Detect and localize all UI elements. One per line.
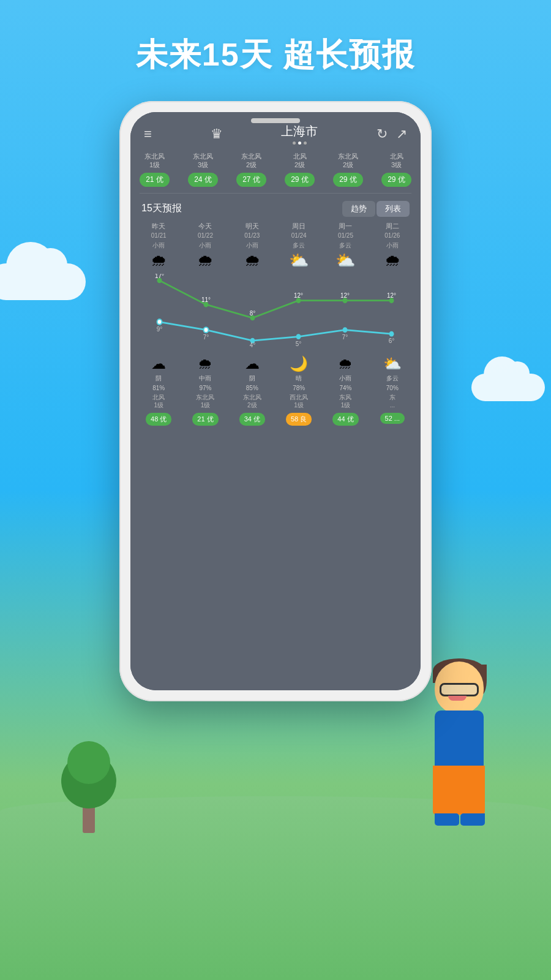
weather-icon-5: 🌧 — [384, 252, 400, 268]
phone-mockup: ≡ ♛ 上海市 ↻ ↗ — [119, 101, 432, 701]
bottom-weather-2: 阴 — [249, 374, 255, 383]
bottom-wind-0: 北风1级 — [152, 393, 165, 409]
aqi-badge-4: 29 优 — [333, 173, 363, 187]
bottom-wind-4: 东风1级 — [339, 393, 351, 409]
wind-1: 东北风3级 — [193, 152, 213, 170]
app-content: ≡ ♛ 上海市 ↻ ↗ — [130, 112, 421, 690]
aqi-scroll-row: 东北风1级 21 优 东北风3级 24 优 东北风2级 27 优 北风2级 29… — [130, 149, 421, 193]
day-bottom-grid: ☁ 阴 81% 北风1级 48 优 🌧 中雨 97% 东北风1级 21 优 — [130, 350, 421, 431]
day-col-1: 今天01/22 小雨 🌧 — [182, 222, 228, 271]
day-grid-top: 昨天01/21 小雨 🌧 今天01/22 小雨 🌧 明天01/23 小雨 — [130, 222, 421, 271]
bottom-icon-5: ⛅ — [383, 355, 402, 372]
cloud-right — [471, 374, 545, 401]
high-temp-line — [160, 281, 392, 318]
wind-4: 东北风2级 — [338, 152, 358, 170]
bottom-icon-3: 🌙 — [290, 355, 308, 372]
wind-5: 北风3级 — [390, 152, 403, 170]
tree — [61, 747, 116, 833]
bottom-icon-4: 🌧 — [338, 355, 353, 372]
city-name: 上海市 — [281, 123, 318, 140]
bottom-badge-3: 58 良 — [286, 413, 312, 426]
day-col-4: 周一01/25 多云 ⛅ — [322, 222, 369, 271]
aqi-badge-3: 29 优 — [285, 173, 315, 187]
weather-icon-0: 🌧 — [151, 252, 167, 268]
forecast-header: 15天预报 趋势 列表 — [130, 194, 421, 222]
aqi-badge-5: 29 优 — [381, 173, 411, 187]
page-dots — [281, 141, 318, 145]
low-dot-3 — [296, 334, 301, 340]
share-icon[interactable]: ↗ — [396, 126, 407, 142]
day-label-0: 昨天01/21 — [151, 222, 167, 241]
low-temp-label-3: 5° — [296, 341, 301, 348]
day-col-5: 周二01/26 小雨 🌧 — [369, 222, 416, 271]
forecast-title: 15天预报 — [141, 202, 182, 215]
bottom-badge-2: 34 优 — [239, 413, 265, 426]
forecast-tabs: 趋势 列表 — [342, 201, 410, 217]
day-label-3: 周日01/24 — [291, 222, 307, 241]
forecast-section: 15天预报 趋势 列表 昨天01/21 小雨 🌧 — [130, 194, 421, 690]
bottom-pct-0: 81% — [152, 385, 165, 391]
glasses — [440, 683, 479, 696]
bottom-col-2: ☁ 阴 85% 东北风2级 34 优 — [229, 355, 276, 426]
weather-icon-4: ⛅ — [335, 252, 355, 268]
header-title-area: 上海市 — [281, 123, 318, 145]
day-weather-5: 小雨 — [386, 241, 399, 250]
day-weather-4: 多云 — [339, 241, 351, 250]
tree-top — [61, 753, 116, 809]
bottom-badge-1: 21 优 — [192, 413, 218, 426]
tab-list[interactable]: 列表 — [377, 201, 410, 217]
wind-2: 东北风2级 — [241, 152, 261, 170]
low-dot-5 — [389, 331, 394, 337]
bottom-wind-5: 东... — [389, 393, 395, 409]
tab-trend[interactable]: 趋势 — [342, 201, 375, 217]
high-temp-label-3: 12° — [294, 292, 303, 300]
aqi-item-2: 东北风2级 27 优 — [227, 152, 276, 187]
temp-chart-svg: 17° 11° 8° 12° 12° 12° 9° 7° 4° 5° 7° — [137, 274, 414, 347]
mouth — [448, 696, 467, 701]
bottom-wind-2: 东北风2级 — [243, 393, 261, 409]
high-temp-label-1: 11° — [201, 296, 211, 304]
header-right-icons: ↻ ↗ — [377, 126, 407, 142]
bottom-pct-2: 85% — [246, 385, 258, 391]
bottom-col-3: 🌙 晴 78% 西北风1级 58 良 — [276, 355, 322, 426]
menu-icon[interactable]: ≡ — [144, 126, 152, 142]
phone-screen: ≡ ♛ 上海市 ↻ ↗ — [130, 112, 421, 690]
day-col-0: 昨天01/21 小雨 🌧 — [135, 222, 182, 271]
bottom-wind-3: 西北风1级 — [290, 393, 308, 409]
day-label-1: 今天01/22 — [198, 222, 213, 241]
weather-icon-2: 🌧 — [244, 252, 260, 268]
high-temp-label-0: 17° — [155, 274, 164, 279]
high-temp-label-4: 12° — [340, 292, 350, 300]
crown-icon[interactable]: ♛ — [211, 126, 223, 142]
day-weather-3: 多云 — [293, 241, 305, 250]
aqi-badge-2: 27 优 — [236, 173, 266, 187]
char-pants — [433, 766, 485, 815]
aqi-item-0: 东北风1级 21 优 — [130, 152, 179, 187]
high-temp-label-5: 12° — [387, 292, 396, 300]
low-dot-1 — [204, 328, 209, 333]
bottom-wind-1: 东北风1级 — [196, 393, 214, 409]
bottom-weather-1: 中雨 — [199, 374, 211, 383]
cloud-left — [0, 263, 86, 300]
aqi-item-4: 东北风2级 29 优 — [324, 152, 372, 187]
bottom-pct-5: 70% — [386, 385, 399, 391]
low-temp-label-1: 7° — [203, 334, 209, 341]
day-weather-1: 小雨 — [199, 241, 211, 250]
day-label-2: 明天01/23 — [244, 222, 260, 241]
aqi-item-5: 北风3级 29 优 — [372, 152, 421, 187]
phone-outer: ≡ ♛ 上海市 ↻ ↗ — [119, 101, 432, 701]
wind-0: 东北风1级 — [144, 152, 165, 170]
char-head — [435, 662, 484, 714]
bottom-weather-5: 多云 — [386, 374, 399, 383]
bottom-col-4: 🌧 小雨 74% 东风1级 44 优 — [322, 355, 369, 426]
bottom-pct-1: 97% — [199, 385, 211, 391]
day-weather-0: 小雨 — [152, 241, 165, 250]
refresh-icon[interactable]: ↻ — [377, 126, 388, 142]
char-body — [435, 710, 484, 772]
bottom-badge-4: 44 优 — [332, 413, 358, 426]
phone-speaker — [251, 118, 300, 123]
weather-icon-3: ⛅ — [289, 252, 309, 268]
bottom-badge-5: 52 ... — [380, 413, 405, 424]
aqi-item-1: 东北风3级 24 优 — [179, 152, 227, 187]
bottom-col-0: ☁ 阴 81% 北风1级 48 优 — [135, 355, 182, 426]
